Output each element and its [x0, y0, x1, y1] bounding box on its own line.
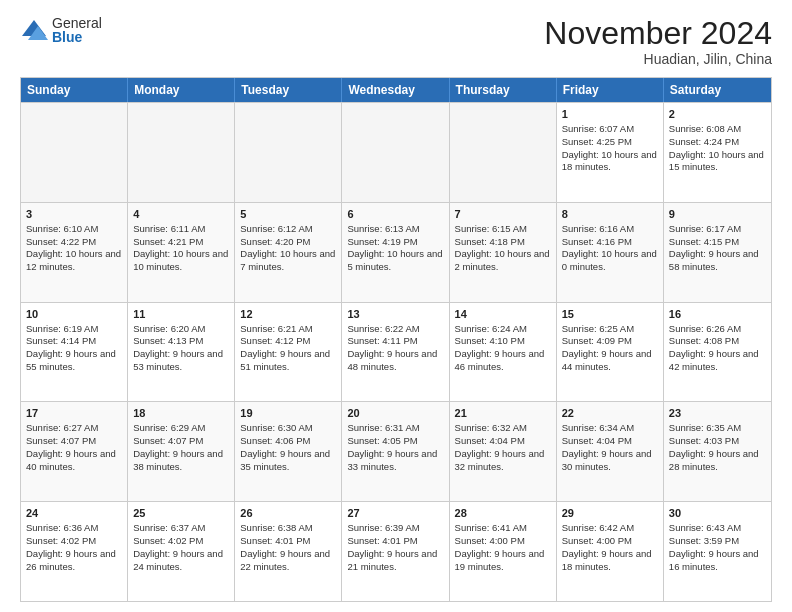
calendar-cell: 14Sunrise: 6:24 AMSunset: 4:10 PMDayligh… — [450, 303, 557, 402]
day-number: 22 — [562, 406, 658, 421]
calendar-body: 1Sunrise: 6:07 AMSunset: 4:25 PMDaylight… — [21, 102, 771, 601]
calendar-cell: 12Sunrise: 6:21 AMSunset: 4:12 PMDayligh… — [235, 303, 342, 402]
logo-text: General Blue — [52, 16, 102, 44]
day-number: 13 — [347, 307, 443, 322]
calendar-cell: 6Sunrise: 6:13 AMSunset: 4:19 PMDaylight… — [342, 203, 449, 302]
day-number: 18 — [133, 406, 229, 421]
day-number: 29 — [562, 506, 658, 521]
day-number: 11 — [133, 307, 229, 322]
calendar-cell: 30Sunrise: 6:43 AMSunset: 3:59 PMDayligh… — [664, 502, 771, 601]
day-number: 21 — [455, 406, 551, 421]
calendar-cell: 27Sunrise: 6:39 AMSunset: 4:01 PMDayligh… — [342, 502, 449, 601]
logo-blue-text: Blue — [52, 30, 102, 44]
calendar-header: Sunday Monday Tuesday Wednesday Thursday… — [21, 78, 771, 102]
calendar-row-2: 3Sunrise: 6:10 AMSunset: 4:22 PMDaylight… — [21, 202, 771, 302]
day-number: 19 — [240, 406, 336, 421]
day-number: 24 — [26, 506, 122, 521]
day-number: 5 — [240, 207, 336, 222]
calendar-cell — [450, 103, 557, 202]
logo: General Blue — [20, 16, 102, 44]
calendar-cell: 18Sunrise: 6:29 AMSunset: 4:07 PMDayligh… — [128, 402, 235, 501]
calendar-cell: 7Sunrise: 6:15 AMSunset: 4:18 PMDaylight… — [450, 203, 557, 302]
calendar-cell: 20Sunrise: 6:31 AMSunset: 4:05 PMDayligh… — [342, 402, 449, 501]
day-number: 1 — [562, 107, 658, 122]
calendar-cell — [21, 103, 128, 202]
header-friday: Friday — [557, 78, 664, 102]
calendar-cell: 5Sunrise: 6:12 AMSunset: 4:20 PMDaylight… — [235, 203, 342, 302]
calendar: Sunday Monday Tuesday Wednesday Thursday… — [20, 77, 772, 602]
header: General Blue November 2024 Huadian, Jili… — [20, 16, 772, 67]
day-number: 26 — [240, 506, 336, 521]
header-sunday: Sunday — [21, 78, 128, 102]
calendar-cell: 25Sunrise: 6:37 AMSunset: 4:02 PMDayligh… — [128, 502, 235, 601]
calendar-cell: 11Sunrise: 6:20 AMSunset: 4:13 PMDayligh… — [128, 303, 235, 402]
header-wednesday: Wednesday — [342, 78, 449, 102]
calendar-cell — [128, 103, 235, 202]
day-number: 8 — [562, 207, 658, 222]
calendar-row-3: 10Sunrise: 6:19 AMSunset: 4:14 PMDayligh… — [21, 302, 771, 402]
calendar-cell: 9Sunrise: 6:17 AMSunset: 4:15 PMDaylight… — [664, 203, 771, 302]
calendar-cell — [342, 103, 449, 202]
day-number: 6 — [347, 207, 443, 222]
calendar-cell: 2Sunrise: 6:08 AMSunset: 4:24 PMDaylight… — [664, 103, 771, 202]
calendar-cell: 23Sunrise: 6:35 AMSunset: 4:03 PMDayligh… — [664, 402, 771, 501]
calendar-cell: 3Sunrise: 6:10 AMSunset: 4:22 PMDaylight… — [21, 203, 128, 302]
day-number: 30 — [669, 506, 766, 521]
day-number: 17 — [26, 406, 122, 421]
header-saturday: Saturday — [664, 78, 771, 102]
calendar-cell: 28Sunrise: 6:41 AMSunset: 4:00 PMDayligh… — [450, 502, 557, 601]
calendar-cell: 26Sunrise: 6:38 AMSunset: 4:01 PMDayligh… — [235, 502, 342, 601]
calendar-cell — [235, 103, 342, 202]
day-number: 2 — [669, 107, 766, 122]
day-number: 12 — [240, 307, 336, 322]
header-monday: Monday — [128, 78, 235, 102]
calendar-cell: 21Sunrise: 6:32 AMSunset: 4:04 PMDayligh… — [450, 402, 557, 501]
day-number: 7 — [455, 207, 551, 222]
day-number: 10 — [26, 307, 122, 322]
calendar-cell: 15Sunrise: 6:25 AMSunset: 4:09 PMDayligh… — [557, 303, 664, 402]
day-number: 14 — [455, 307, 551, 322]
header-thursday: Thursday — [450, 78, 557, 102]
calendar-cell: 8Sunrise: 6:16 AMSunset: 4:16 PMDaylight… — [557, 203, 664, 302]
logo-icon — [20, 16, 48, 44]
calendar-cell: 19Sunrise: 6:30 AMSunset: 4:06 PMDayligh… — [235, 402, 342, 501]
calendar-cell: 29Sunrise: 6:42 AMSunset: 4:00 PMDayligh… — [557, 502, 664, 601]
calendar-row-4: 17Sunrise: 6:27 AMSunset: 4:07 PMDayligh… — [21, 401, 771, 501]
calendar-cell: 13Sunrise: 6:22 AMSunset: 4:11 PMDayligh… — [342, 303, 449, 402]
title-area: November 2024 Huadian, Jilin, China — [544, 16, 772, 67]
day-number: 20 — [347, 406, 443, 421]
day-number: 4 — [133, 207, 229, 222]
calendar-cell: 1Sunrise: 6:07 AMSunset: 4:25 PMDaylight… — [557, 103, 664, 202]
day-number: 9 — [669, 207, 766, 222]
day-number: 23 — [669, 406, 766, 421]
day-number: 3 — [26, 207, 122, 222]
header-tuesday: Tuesday — [235, 78, 342, 102]
calendar-cell: 10Sunrise: 6:19 AMSunset: 4:14 PMDayligh… — [21, 303, 128, 402]
location: Huadian, Jilin, China — [544, 51, 772, 67]
calendar-cell: 16Sunrise: 6:26 AMSunset: 4:08 PMDayligh… — [664, 303, 771, 402]
calendar-cell: 24Sunrise: 6:36 AMSunset: 4:02 PMDayligh… — [21, 502, 128, 601]
day-number: 16 — [669, 307, 766, 322]
month-title: November 2024 — [544, 16, 772, 51]
calendar-row-1: 1Sunrise: 6:07 AMSunset: 4:25 PMDaylight… — [21, 102, 771, 202]
calendar-cell: 17Sunrise: 6:27 AMSunset: 4:07 PMDayligh… — [21, 402, 128, 501]
day-number: 15 — [562, 307, 658, 322]
day-number: 28 — [455, 506, 551, 521]
calendar-row-5: 24Sunrise: 6:36 AMSunset: 4:02 PMDayligh… — [21, 501, 771, 601]
calendar-cell: 4Sunrise: 6:11 AMSunset: 4:21 PMDaylight… — [128, 203, 235, 302]
calendar-cell: 22Sunrise: 6:34 AMSunset: 4:04 PMDayligh… — [557, 402, 664, 501]
logo-general-text: General — [52, 16, 102, 30]
page: General Blue November 2024 Huadian, Jili… — [0, 0, 792, 612]
day-number: 25 — [133, 506, 229, 521]
day-number: 27 — [347, 506, 443, 521]
